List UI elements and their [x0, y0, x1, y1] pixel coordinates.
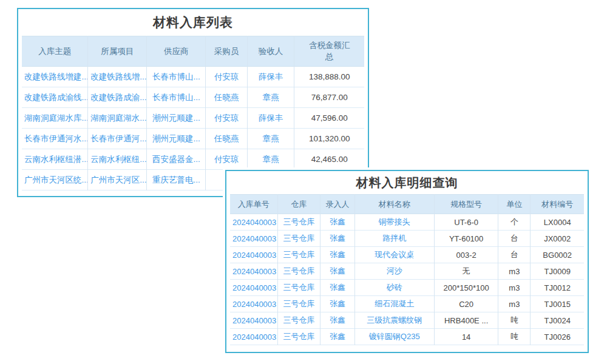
- cell-material-name[interactable]: 现代会议桌: [354, 247, 434, 263]
- cell-inbound-no[interactable]: 2024040003: [230, 263, 277, 280]
- cell-inspector[interactable]: 章燕: [247, 87, 294, 108]
- table-row[interactable]: 2024040003三号仓库张鑫三级抗震螺纹钢HRB400E ...吨TJ002…: [230, 312, 584, 329]
- cell-purchaser[interactable]: 付安琼: [206, 108, 247, 129]
- cell-purchaser[interactable]: 付安琼: [206, 67, 247, 87]
- cell-project[interactable]: 广州市天河区...: [88, 170, 147, 190]
- cell-warehouse[interactable]: 三号仓库: [277, 280, 320, 296]
- cell-inbound-no[interactable]: 2024040003: [230, 280, 277, 296]
- cell-warehouse[interactable]: 三号仓库: [277, 231, 320, 247]
- cell-material-name[interactable]: 路拌机: [354, 231, 434, 247]
- table-row[interactable]: 2024040003三号仓库张鑫镀锌圆钢Q23514吨TJ0026: [230, 329, 584, 345]
- table-row[interactable]: 云南水利枢纽潜...云南水利枢纽...西安盛器金...付安琼章燕42,465.0…: [22, 149, 364, 170]
- cell-inbound-subject[interactable]: 改建铁路成渝线...: [22, 87, 88, 108]
- cell-inbound-subject[interactable]: 广州市天河区统...: [22, 170, 88, 190]
- detail-table-wrap: 入库单号仓库录入人材料名称规格型号单位材料编号2024040003三号仓库张鑫铜…: [226, 194, 588, 348]
- cell-recorder[interactable]: 张鑫: [320, 214, 355, 231]
- cell-material-name[interactable]: 砂砖: [354, 280, 434, 296]
- table-row[interactable]: 湖南洞庭湖水库...湖南洞庭湖水...潮州元顺建...付安琼薛保丰47,596.…: [22, 108, 364, 129]
- cell-material-name[interactable]: 河沙: [354, 263, 434, 280]
- cell-project[interactable]: 湖南洞庭湖水...: [88, 108, 147, 129]
- table-row[interactable]: 2024040003三号仓库张鑫河沙无m3TJ0009: [230, 263, 584, 280]
- cell-inbound-no[interactable]: 2024040003: [230, 312, 277, 329]
- cell-recorder[interactable]: 张鑫: [320, 231, 355, 247]
- cell-project[interactable]: 长春市伊通河...: [88, 129, 147, 149]
- table-row[interactable]: 2024040003三号仓库张鑫砂砖200*150*100m3TJ0012: [230, 280, 584, 296]
- cell-supplier[interactable]: 长春市博山...: [147, 87, 206, 108]
- cell-inbound-no[interactable]: 2024040003: [230, 329, 277, 345]
- cell-spec-model: 003-2: [434, 247, 498, 263]
- cell-inbound-subject[interactable]: 湖南洞庭湖水库...: [22, 108, 88, 129]
- cell-recorder[interactable]: 张鑫: [320, 296, 355, 312]
- cell-inbound-no[interactable]: 2024040003: [230, 214, 277, 231]
- cell-supplier[interactable]: 重庆艺普电...: [147, 170, 206, 190]
- cell-warehouse[interactable]: 三号仓库: [277, 296, 320, 312]
- cell-inspector[interactable]: 薛保丰: [247, 108, 294, 129]
- cell-material-code: TJ0026: [531, 329, 584, 345]
- cell-inbound-no[interactable]: 2024040003: [230, 296, 277, 312]
- cell-project[interactable]: 改建铁路成渝...: [88, 87, 147, 108]
- cell-supplier[interactable]: 潮州元顺建...: [147, 108, 206, 129]
- cell-purchaser[interactable]: 任晓燕: [206, 87, 247, 108]
- cell-unit: m3: [498, 296, 531, 312]
- cell-supplier[interactable]: 长春市博山...: [147, 67, 206, 87]
- cell-spec-model: C20: [434, 296, 498, 312]
- column-header-warehouse: 仓库: [277, 195, 320, 214]
- cell-inbound-subject[interactable]: 云南水利枢纽潜...: [22, 149, 88, 170]
- cell-purchaser[interactable]: 付安琼: [206, 149, 247, 170]
- cell-purchaser[interactable]: 任晓燕: [206, 129, 247, 149]
- table-row[interactable]: 改建铁路线增建...改建铁路线增...长春市博山...付安琼薛保丰138,888…: [22, 67, 364, 87]
- table-row[interactable]: 2024040003三号仓库张鑫铜带接头UT-6-0个LX0004: [230, 214, 584, 231]
- cell-material-code: TJ0012: [531, 280, 584, 296]
- cell-warehouse[interactable]: 三号仓库: [277, 312, 320, 329]
- table-row[interactable]: 长春市伊通河水...长春市伊通河...潮州元顺建...任晓燕章燕101,320.…: [22, 129, 364, 149]
- header-row: 入库主题所属项目供应商采购员验收人含税金额汇总: [22, 36, 364, 67]
- cell-inbound-no[interactable]: 2024040003: [230, 231, 277, 247]
- cell-material-code: BG0002: [531, 247, 584, 263]
- cell-warehouse[interactable]: 三号仓库: [277, 214, 320, 231]
- cell-inbound-subject[interactable]: 长春市伊通河水...: [22, 129, 88, 149]
- column-header-inspector: 验收人: [247, 36, 294, 67]
- cell-material-name[interactable]: 铜带接头: [354, 214, 434, 231]
- cell-supplier[interactable]: 潮州元顺建...: [147, 129, 206, 149]
- cell-tax-amount-total: 138,888.00: [294, 67, 364, 87]
- cell-material-name[interactable]: 细石混凝土: [354, 296, 434, 312]
- table-row[interactable]: 改建铁路成渝线...改建铁路成渝...长春市博山...任晓燕章燕76,877.0…: [22, 87, 364, 108]
- column-header-supplier: 供应商: [147, 36, 206, 67]
- cell-warehouse[interactable]: 三号仓库: [277, 329, 320, 345]
- cell-unit: m3: [498, 280, 531, 296]
- cell-recorder[interactable]: 张鑫: [320, 280, 355, 296]
- cell-recorder[interactable]: 张鑫: [320, 263, 355, 280]
- cell-project[interactable]: 云南水利枢纽...: [88, 149, 147, 170]
- cell-recorder[interactable]: 张鑫: [320, 312, 355, 329]
- cell-material-name[interactable]: 三级抗震螺纹钢: [354, 312, 434, 329]
- cell-warehouse[interactable]: 三号仓库: [277, 263, 320, 280]
- cell-inspector[interactable]: 章燕: [247, 129, 294, 149]
- cell-inspector[interactable]: 薛保丰: [247, 67, 294, 87]
- table-row[interactable]: 2024040003三号仓库张鑫细石混凝土C20m3TJ0015: [230, 296, 584, 312]
- cell-tax-amount-total: 42,465.00: [294, 149, 364, 170]
- cell-material-code: TJ0009: [531, 263, 584, 280]
- cell-material-code: TJ0015: [531, 296, 584, 312]
- cell-inbound-subject[interactable]: 改建铁路线增建...: [22, 67, 88, 87]
- cell-material-name[interactable]: 镀锌圆钢Q235: [354, 329, 434, 345]
- column-header-recorder: 录入人: [320, 195, 355, 214]
- material-inbound-detail-panel: 材料入库明细查询 入库单号仓库录入人材料名称规格型号单位材料编号20240400…: [225, 170, 589, 353]
- cell-warehouse[interactable]: 三号仓库: [277, 247, 320, 263]
- cell-recorder[interactable]: 张鑫: [320, 329, 355, 345]
- cell-tax-amount-total: 47,596.00: [294, 108, 364, 129]
- table-row[interactable]: 2024040003三号仓库张鑫现代会议桌003-2台BG0002: [230, 247, 584, 263]
- cell-project[interactable]: 改建铁路线增...: [88, 67, 147, 87]
- cell-unit: 台: [498, 247, 531, 263]
- cell-supplier[interactable]: 西安盛器金...: [147, 149, 206, 170]
- material-inbound-list-panel: 材料入库列表 入库主题所属项目供应商采购员验收人含税金额汇总改建铁路线增建...…: [17, 8, 369, 197]
- table-row[interactable]: 2024040003三号仓库张鑫路拌机YT-60100台JX0002: [230, 231, 584, 247]
- cell-inspector[interactable]: 章燕: [247, 149, 294, 170]
- cell-unit: 吨: [498, 312, 531, 329]
- column-header-inbound-no: 入库单号: [230, 195, 277, 214]
- column-header-spec-model: 规格型号: [434, 195, 498, 214]
- cell-spec-model: 200*150*100: [434, 280, 498, 296]
- cell-unit: m3: [498, 263, 531, 280]
- cell-recorder[interactable]: 张鑫: [320, 247, 355, 263]
- cell-inbound-no[interactable]: 2024040003: [230, 247, 277, 263]
- header-row: 入库单号仓库录入人材料名称规格型号单位材料编号: [230, 195, 584, 214]
